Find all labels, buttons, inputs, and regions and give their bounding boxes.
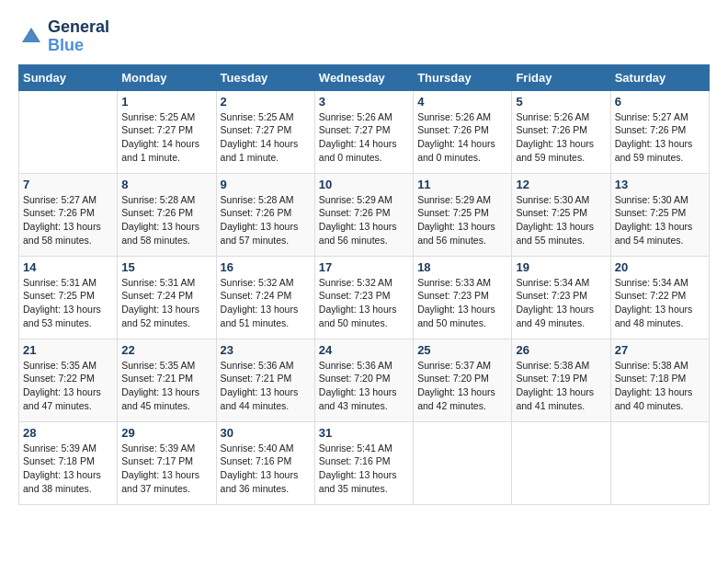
day-number: 11 (417, 178, 507, 191)
week-row-2: 7Sunrise: 5:27 AM Sunset: 7:26 PM Daylig… (19, 173, 710, 256)
header-wednesday: Wednesday (314, 64, 413, 90)
day-number: 3 (319, 95, 409, 109)
day-number: 17 (319, 260, 409, 274)
day-number: 4 (417, 95, 507, 109)
day-cell: 21Sunrise: 5:35 AM Sunset: 7:22 PM Dayli… (19, 339, 118, 421)
page-header: General Blue (18, 18, 710, 55)
day-cell: 4Sunrise: 5:26 AM Sunset: 7:26 PM Daylig… (414, 90, 512, 173)
calendar-header-row: SundayMondayTuesdayWednesdayThursdayFrid… (19, 64, 710, 90)
logo-text: General Blue (48, 18, 109, 55)
day-info: Sunrise: 5:25 AM Sunset: 7:27 PM Dayligh… (221, 110, 311, 165)
day-info: Sunrise: 5:34 AM Sunset: 7:22 PM Dayligh… (615, 276, 705, 330)
calendar-table: SundayMondayTuesdayWednesdayThursdayFrid… (18, 64, 710, 505)
day-number: 20 (615, 260, 705, 274)
day-info: Sunrise: 5:32 AM Sunset: 7:24 PM Dayligh… (221, 276, 311, 330)
day-cell: 19Sunrise: 5:34 AM Sunset: 7:23 PM Dayli… (512, 256, 610, 339)
day-cell: 30Sunrise: 5:40 AM Sunset: 7:16 PM Dayli… (216, 421, 314, 504)
day-info: Sunrise: 5:35 AM Sunset: 7:21 PM Dayligh… (121, 359, 211, 413)
day-info: Sunrise: 5:33 AM Sunset: 7:23 PM Dayligh… (417, 276, 507, 330)
day-info: Sunrise: 5:27 AM Sunset: 7:26 PM Dayligh… (23, 193, 113, 247)
header-thursday: Thursday (414, 64, 512, 90)
day-cell: 2Sunrise: 5:25 AM Sunset: 7:27 PM Daylig… (216, 90, 314, 173)
day-cell: 20Sunrise: 5:34 AM Sunset: 7:22 PM Dayli… (610, 256, 709, 339)
day-info: Sunrise: 5:27 AM Sunset: 7:26 PM Dayligh… (615, 110, 705, 165)
day-info: Sunrise: 5:31 AM Sunset: 7:25 PM Dayligh… (23, 276, 113, 330)
day-number: 30 (221, 426, 311, 440)
day-number: 13 (615, 178, 705, 191)
day-number: 14 (23, 260, 113, 274)
week-row-5: 28Sunrise: 5:39 AM Sunset: 7:18 PM Dayli… (19, 421, 710, 504)
day-info: Sunrise: 5:31 AM Sunset: 7:24 PM Dayligh… (121, 276, 211, 330)
day-number: 19 (516, 260, 606, 274)
day-info: Sunrise: 5:29 AM Sunset: 7:26 PM Dayligh… (319, 193, 409, 247)
day-cell: 18Sunrise: 5:33 AM Sunset: 7:23 PM Dayli… (414, 256, 512, 339)
day-cell: 16Sunrise: 5:32 AM Sunset: 7:24 PM Dayli… (216, 256, 314, 339)
logo: General Blue (18, 18, 109, 55)
day-info: Sunrise: 5:26 AM Sunset: 7:26 PM Dayligh… (516, 110, 606, 165)
day-info: Sunrise: 5:36 AM Sunset: 7:21 PM Dayligh… (221, 359, 311, 413)
day-number: 25 (417, 343, 507, 357)
day-number: 1 (121, 95, 211, 109)
day-number: 9 (221, 178, 311, 191)
day-cell: 12Sunrise: 5:30 AM Sunset: 7:25 PM Dayli… (512, 173, 610, 256)
day-cell: 15Sunrise: 5:31 AM Sunset: 7:24 PM Dayli… (118, 256, 216, 339)
header-sunday: Sunday (19, 64, 118, 90)
day-info: Sunrise: 5:28 AM Sunset: 7:26 PM Dayligh… (121, 193, 211, 247)
logo-icon (18, 24, 44, 50)
day-number: 22 (121, 343, 211, 357)
day-number: 27 (615, 343, 705, 357)
day-number: 31 (319, 426, 409, 440)
day-cell: 11Sunrise: 5:29 AM Sunset: 7:25 PM Dayli… (414, 173, 512, 256)
day-info: Sunrise: 5:29 AM Sunset: 7:25 PM Dayligh… (417, 193, 507, 247)
day-cell: 23Sunrise: 5:36 AM Sunset: 7:21 PM Dayli… (216, 339, 314, 421)
day-number: 7 (23, 178, 113, 191)
day-cell: 7Sunrise: 5:27 AM Sunset: 7:26 PM Daylig… (19, 173, 118, 256)
day-cell: 1Sunrise: 5:25 AM Sunset: 7:27 PM Daylig… (118, 90, 216, 173)
day-info: Sunrise: 5:26 AM Sunset: 7:27 PM Dayligh… (319, 110, 409, 165)
day-number: 21 (23, 343, 113, 357)
day-number: 12 (516, 178, 606, 191)
day-cell: 29Sunrise: 5:39 AM Sunset: 7:17 PM Dayli… (118, 421, 216, 504)
day-info: Sunrise: 5:30 AM Sunset: 7:25 PM Dayligh… (516, 193, 606, 247)
day-number: 18 (417, 260, 507, 274)
day-info: Sunrise: 5:30 AM Sunset: 7:25 PM Dayligh… (615, 193, 705, 247)
day-number: 2 (221, 95, 311, 109)
day-info: Sunrise: 5:32 AM Sunset: 7:23 PM Dayligh… (319, 276, 409, 330)
day-info: Sunrise: 5:39 AM Sunset: 7:18 PM Dayligh… (23, 442, 113, 496)
day-cell: 5Sunrise: 5:26 AM Sunset: 7:26 PM Daylig… (512, 90, 610, 173)
day-info: Sunrise: 5:28 AM Sunset: 7:26 PM Dayligh… (221, 193, 311, 247)
day-cell: 26Sunrise: 5:38 AM Sunset: 7:19 PM Dayli… (512, 339, 610, 421)
day-info: Sunrise: 5:39 AM Sunset: 7:17 PM Dayligh… (121, 442, 211, 496)
day-info: Sunrise: 5:38 AM Sunset: 7:19 PM Dayligh… (516, 359, 606, 413)
day-info: Sunrise: 5:25 AM Sunset: 7:27 PM Dayligh… (121, 110, 211, 165)
day-cell: 13Sunrise: 5:30 AM Sunset: 7:25 PM Dayli… (610, 173, 709, 256)
day-cell: 17Sunrise: 5:32 AM Sunset: 7:23 PM Dayli… (314, 256, 413, 339)
day-cell: 10Sunrise: 5:29 AM Sunset: 7:26 PM Dayli… (314, 173, 413, 256)
day-cell (19, 90, 118, 173)
day-cell: 31Sunrise: 5:41 AM Sunset: 7:16 PM Dayli… (314, 421, 413, 504)
day-cell (610, 421, 709, 504)
day-number: 24 (319, 343, 409, 357)
day-cell: 28Sunrise: 5:39 AM Sunset: 7:18 PM Dayli… (19, 421, 118, 504)
day-cell: 25Sunrise: 5:37 AM Sunset: 7:20 PM Dayli… (414, 339, 512, 421)
week-row-4: 21Sunrise: 5:35 AM Sunset: 7:22 PM Dayli… (19, 339, 710, 421)
day-number: 26 (516, 343, 606, 357)
day-info: Sunrise: 5:38 AM Sunset: 7:18 PM Dayligh… (615, 359, 705, 413)
day-number: 5 (516, 95, 606, 109)
day-cell: 24Sunrise: 5:36 AM Sunset: 7:20 PM Dayli… (314, 339, 413, 421)
day-cell: 22Sunrise: 5:35 AM Sunset: 7:21 PM Dayli… (118, 339, 216, 421)
day-cell: 8Sunrise: 5:28 AM Sunset: 7:26 PM Daylig… (118, 173, 216, 256)
day-number: 16 (221, 260, 311, 274)
day-info: Sunrise: 5:40 AM Sunset: 7:16 PM Dayligh… (221, 442, 311, 496)
day-cell: 6Sunrise: 5:27 AM Sunset: 7:26 PM Daylig… (610, 90, 709, 173)
day-cell (414, 421, 512, 504)
day-cell: 27Sunrise: 5:38 AM Sunset: 7:18 PM Dayli… (610, 339, 709, 421)
day-cell: 3Sunrise: 5:26 AM Sunset: 7:27 PM Daylig… (314, 90, 413, 173)
header-saturday: Saturday (610, 64, 709, 90)
day-number: 29 (121, 426, 211, 440)
day-info: Sunrise: 5:41 AM Sunset: 7:16 PM Dayligh… (319, 442, 409, 496)
day-number: 8 (121, 178, 211, 191)
day-info: Sunrise: 5:34 AM Sunset: 7:23 PM Dayligh… (516, 276, 606, 330)
day-info: Sunrise: 5:37 AM Sunset: 7:20 PM Dayligh… (417, 359, 507, 413)
week-row-3: 14Sunrise: 5:31 AM Sunset: 7:25 PM Dayli… (19, 256, 710, 339)
